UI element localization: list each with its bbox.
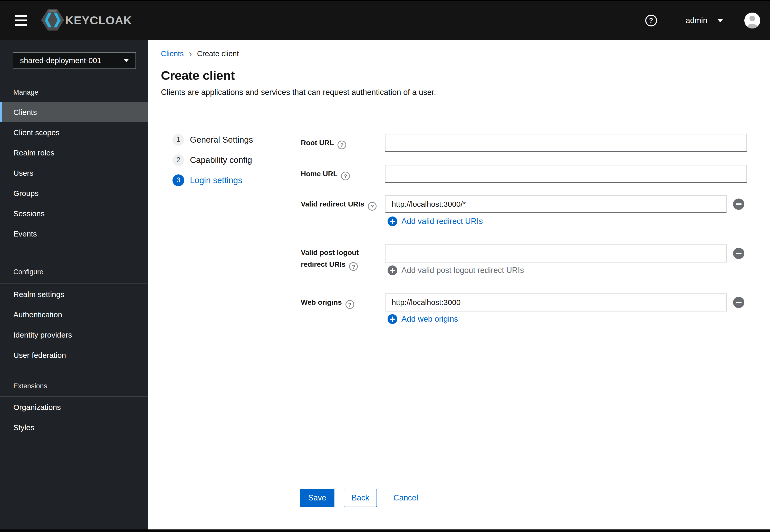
sidebar-nav: shared-deployment-001 Manage Clients Cli… (0, 40, 148, 532)
step-number-badge: 2 (172, 154, 184, 166)
angle-right-icon: › (189, 50, 192, 58)
home-url-label: Home URL? (301, 168, 386, 180)
wizard-step-general-settings[interactable]: 1 General Settings (172, 130, 253, 150)
realm-name: shared-deployment-001 (20, 56, 101, 65)
menu-icon[interactable] (15, 15, 27, 26)
remove-redirect-uri-button minus-circle-icon[interactable] (733, 199, 744, 210)
question-circle-icon[interactable]: ? (345, 300, 354, 309)
web-origins-label: Web origins? (301, 297, 386, 309)
home-url-input[interactable] (385, 165, 747, 183)
user-menu[interactable]: admin (686, 16, 707, 25)
sidebar-item-styles[interactable]: Styles (0, 417, 148, 438)
brand-wordmark: KEYCLOAK (65, 14, 132, 27)
nav-group-manage: Manage (13, 88, 38, 96)
add-web-origins-button[interactable]: Add web origins (388, 314, 458, 324)
sidebar-divider (0, 81, 148, 81)
help-icon[interactable]: ? (645, 15, 657, 26)
keycloak-hexagon-icon (41, 9, 64, 32)
breadcrumb-clients-link[interactable]: Clients (161, 50, 184, 58)
question-circle-icon[interactable]: ? (337, 141, 346, 149)
question-circle-icon[interactable]: ? (341, 172, 350, 180)
plus-circle-icon (388, 265, 397, 275)
nav-section-extensions: Organizations Styles (0, 397, 148, 438)
add-valid-redirect-uris-button[interactable]: Add valid redirect URIs (388, 216, 483, 226)
page-subtitle: Clients are applications and services th… (161, 88, 436, 97)
sidebar-item-client-scopes[interactable]: Client scopes (0, 122, 148, 143)
sidebar-item-sessions[interactable]: Sessions (0, 203, 148, 224)
cancel-button[interactable]: Cancel (389, 489, 423, 507)
realm-selector[interactable]: shared-deployment-001 (13, 52, 136, 69)
question-circle-icon[interactable]: ? (349, 262, 358, 271)
nav-group-configure: Configure (13, 268, 43, 276)
wizard-step-capability-config[interactable]: 2 Capability config (172, 150, 253, 170)
sidebar-item-groups[interactable]: Groups (0, 183, 148, 203)
plus-circle-icon (388, 314, 397, 324)
valid-redirect-uris-label: Valid redirect URIs? (301, 198, 386, 211)
remove-post-logout-uri-button minus-circle-icon[interactable] (733, 248, 744, 259)
keycloak-logo[interactable]: KEYCLOAK (41, 9, 132, 32)
page-title: Create client (161, 68, 235, 83)
post-logout-redirect-uri-input[interactable] (385, 244, 727, 262)
sidebar-item-organizations[interactable]: Organizations (0, 397, 148, 417)
add-post-logout-redirect-uris-button[interactable]: Add valid post logout redirect URIs (388, 265, 524, 275)
caret-down-icon[interactable] (717, 19, 723, 22)
window-bottom-edge (0, 529, 770, 532)
wizard-step-login-settings[interactable]: 3 Login settings (172, 170, 253, 190)
caret-down-icon (124, 59, 129, 62)
back-button[interactable]: Back (344, 489, 377, 507)
sidebar-divider (0, 396, 148, 397)
wizard-nav: 1 General Settings 2 Capability config 3… (172, 130, 253, 190)
root-url-label: Root URL? (301, 137, 386, 149)
step-number-badge: 1 (172, 134, 184, 146)
remove-web-origin-button minus-circle-icon[interactable] (733, 297, 744, 308)
step-label: Login settings (190, 175, 242, 185)
sidebar-divider (0, 283, 148, 284)
sidebar-item-identity-providers[interactable]: Identity providers (0, 325, 148, 345)
step-label: General Settings (190, 135, 253, 145)
save-button[interactable]: Save (300, 489, 334, 507)
sidebar-item-clients[interactable]: Clients (0, 102, 148, 122)
plus-circle-icon (388, 216, 397, 226)
nav-group-extensions: Extensions (13, 382, 47, 390)
nav-section-configure: Realm settings Authentication Identity p… (0, 284, 148, 365)
web-origins-input[interactable] (385, 293, 727, 311)
valid-redirect-uri-input[interactable] (385, 195, 727, 213)
app-header: KEYCLOAK ? admin (0, 0, 770, 40)
root-url-input[interactable] (385, 134, 747, 152)
header-toolbar: ? admin (645, 13, 770, 28)
breadcrumb: Clients › Create client (161, 50, 239, 58)
step-label: Capability config (190, 155, 252, 165)
help-glyph: ? (649, 16, 653, 24)
question-circle-icon[interactable]: ? (368, 202, 376, 211)
sidebar-item-events[interactable]: Events (0, 224, 148, 244)
step-number-badge: 3 (172, 174, 184, 186)
nav-section-manage: Clients Client scopes Realm roles Users … (0, 102, 148, 244)
breadcrumb-current: Create client (197, 50, 239, 58)
post-logout-redirect-uris-label: Valid post logout redirect URIs? (301, 247, 386, 271)
sidebar-item-authentication[interactable]: Authentication (0, 304, 148, 325)
sidebar-item-users[interactable]: Users (0, 163, 148, 183)
user-avatar[interactable] (744, 13, 760, 28)
sidebar-item-realm-roles[interactable]: Realm roles (0, 143, 148, 163)
sidebar-item-user-federation[interactable]: User federation (0, 345, 148, 365)
wizard-content-divider (288, 120, 288, 517)
page-header-divider (148, 106, 770, 106)
sidebar-item-realm-settings[interactable]: Realm settings (0, 284, 148, 304)
